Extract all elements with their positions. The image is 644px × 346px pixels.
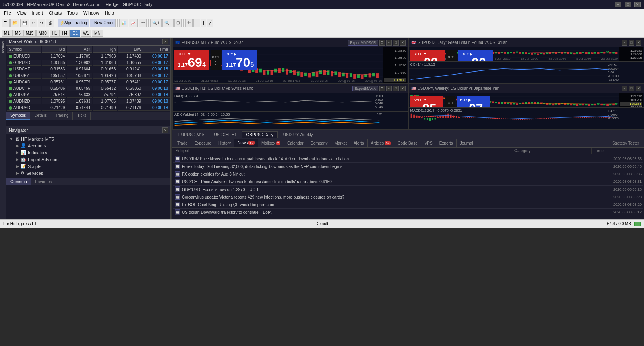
nav-item-indicators[interactable]: ▶ 📊 Indicators [8, 149, 169, 156]
lot-up[interactable]: ▲ [214, 60, 217, 63]
tf-mn[interactable]: MN [92, 30, 103, 37]
algo-trading-btn[interactable]: ⚡ Algo Trading [58, 19, 89, 27]
chart-tab-usdjpy[interactable]: USDJPY,Weekly [279, 131, 317, 138]
menu-tools[interactable]: Tools [65, 10, 80, 16]
nav-tab-favorites[interactable]: Favorites [31, 178, 56, 185]
trendline-btn[interactable]: ╱ [207, 19, 213, 27]
tf-m30[interactable]: M30 [36, 30, 49, 37]
mw-tab-symbols[interactable]: Symbols [6, 112, 30, 120]
vline-btn[interactable]: | [201, 19, 206, 27]
chart-type-btn2[interactable]: 📈 [129, 19, 138, 27]
new-chart-btn[interactable]: 🗔 [2, 19, 10, 27]
chart-close-eurusd[interactable]: ✕ [400, 40, 406, 46]
nav-item-accounts[interactable]: ▶ 👤 Accounts [8, 142, 169, 149]
news-row-4[interactable]: 📰 USD/CHF Price Analysis: Two-week-old r… [173, 178, 643, 186]
menu-insert[interactable]: Insert [29, 10, 46, 16]
mw-tab-ticks[interactable]: Ticks [73, 112, 91, 120]
mw-row-audusd[interactable]: AUDUSD 0.71429 0.71444 0.71490 0.71176 0… [7, 105, 170, 111]
redo-btn[interactable]: ↪ [38, 19, 45, 27]
nav-tab-common[interactable]: Common [6, 178, 31, 185]
chart-close-usdjpy[interactable]: ✕ [636, 86, 641, 91]
strategy-tester-btn[interactable]: Strategy Tester [609, 140, 642, 146]
chart-settings-usdchf[interactable]: ⚙ [379, 86, 385, 91]
tf-m1[interactable]: M1 [2, 30, 12, 37]
chart-tab-usdchf[interactable]: USDCHF,H1 [209, 131, 241, 138]
chart-close-usdchf[interactable]: ✕ [400, 86, 406, 91]
print-btn[interactable]: 🖨 [46, 19, 54, 27]
mw-close-btn[interactable]: ✕ [162, 39, 168, 44]
mw-row-audjpy[interactable]: AUDJPY 75.614 75.638 75.794 75.397 09:00… [7, 92, 170, 98]
chart-min-gbpusd[interactable]: − [622, 40, 627, 46]
menu-charts[interactable]: Charts [46, 10, 64, 16]
close-btn[interactable]: ✕ [634, 2, 641, 7]
mw-row-audchf[interactable]: AUDCHF 0.65406 0.65455 0.65432 0.65050 0… [7, 86, 170, 91]
bottom-tab-codebase[interactable]: Code Base [394, 139, 421, 147]
toolbox-sidebar[interactable]: Toolbox [0, 38, 6, 219]
lot-down[interactable]: ▼ [214, 63, 217, 66]
menu-view[interactable]: View [14, 10, 29, 16]
news-row-7[interactable]: 📰 Ex-BOE Chief King: Raising QE would be… [173, 201, 643, 209]
news-row-2[interactable]: 📰 Forex Today: Gold nearing $2,000, doll… [173, 163, 643, 170]
bottom-tab-journal[interactable]: Journal [457, 139, 477, 147]
lot-up-gbpusd[interactable]: ▲ [450, 60, 453, 61]
chart-tab-eurusd[interactable]: EURUSD,M15 [174, 131, 209, 138]
news-row-6[interactable]: 📰 Coroanvirus update: Victoria reports 4… [173, 193, 643, 201]
mw-row-usdchf[interactable]: USDCHF 0.91583 0.91604 0.91656 0.91241 0… [7, 66, 170, 72]
open-btn[interactable]: 📂 [10, 19, 19, 27]
new-order-btn[interactable]: + New Order [90, 19, 116, 27]
bottom-tab-mailbox[interactable]: Mailbox7 [258, 139, 284, 147]
mw-tab-trading[interactable]: Trading [51, 112, 73, 120]
bottom-tab-articles[interactable]: Articles34 [368, 139, 395, 147]
tf-h1[interactable]: H1 [50, 30, 60, 37]
crosshair-btn[interactable]: ✛ [185, 19, 193, 27]
nav-item-experts[interactable]: ▶ 🤖 Expert Advisors [8, 156, 169, 163]
bottom-tab-company[interactable]: Company [307, 139, 331, 147]
bottom-tab-news[interactable]: News58 [234, 139, 258, 147]
bottom-tab-experts[interactable]: Experts [436, 139, 457, 147]
chart-type-btn1[interactable]: 📊 [119, 19, 128, 27]
tf-d1[interactable]: D1 [70, 30, 80, 37]
chart-tab-gbpusd[interactable]: GBPUSD,Daily [242, 131, 278, 138]
minimize-btn[interactable]: − [615, 2, 621, 7]
menu-help[interactable]: Help [102, 10, 116, 16]
chart-settings-eurusd[interactable]: ⚙ [379, 40, 385, 46]
chart-min-eurusd[interactable]: − [386, 40, 392, 46]
news-row-8[interactable]: 📰 US dollar: Downward trajectory to cont… [173, 209, 643, 216]
chart-restore-usdjpy[interactable]: □ [629, 86, 634, 91]
chart-min-usdjpy[interactable]: − [622, 86, 627, 91]
bottom-tab-history[interactable]: History [215, 139, 234, 147]
zoom-out-btn[interactable]: 🔍− [162, 19, 174, 27]
chart-close-gbpusd[interactable]: ✕ [636, 40, 641, 46]
tf-m5[interactable]: M5 [12, 30, 23, 37]
chart-restore-usdchf[interactable]: □ [393, 86, 399, 91]
nav-close-btn[interactable]: ✕ [162, 127, 168, 133]
chart-body-eurusd[interactable]: SELL ▼ 1.17 69 4 0.01 ▲ ▼ [173, 47, 408, 83]
mw-tab-details[interactable]: Details [30, 112, 51, 120]
bottom-tab-vps[interactable]: VPS [421, 139, 436, 147]
bottom-tab-market[interactable]: Market [331, 139, 350, 147]
nav-item-scripts[interactable]: ▶ 📝 Scripts [8, 163, 169, 170]
save-btn[interactable]: 💾 [20, 19, 29, 27]
news-row-1[interactable]: 📰 USD/IDR Price News: Indonesian rupiah … [173, 155, 643, 163]
lot-up-usdjpy[interactable]: ▲ [449, 106, 451, 107]
bottom-tab-exposure[interactable]: Exposure [191, 139, 215, 147]
bottom-tab-trade[interactable]: Trade [174, 139, 191, 147]
zoom-in-btn[interactable]: 🔍+ [150, 19, 162, 27]
nav-item-hf-markets[interactable]: ▼ 🖥 HF Markets MT5 [8, 136, 169, 142]
tf-h4[interactable]: H4 [60, 30, 70, 37]
mw-row-eurusd[interactable]: EURUSD 1.17694 1.17705 1.17963 1.17400 0… [7, 54, 170, 59]
chart-body-usdjpy[interactable]: SELL ▼ 105 85 7 0.01 ▲ ▼ [409, 93, 644, 107]
chart-min-usdchf[interactable]: − [386, 86, 392, 91]
bottom-tab-alerts[interactable]: Alerts [350, 139, 368, 147]
maximize-btn[interactable]: □ [625, 2, 631, 7]
fit-btn[interactable]: ⊡ [174, 19, 182, 27]
undo-btn[interactable]: ↩ [30, 19, 37, 27]
news-row-3[interactable]: 📰 FX option expiries for Aug 3 NY cut 20… [173, 170, 643, 178]
news-row-5[interactable]: 📰 GBP/USD: Focus is now on 1.2970 – UOB … [173, 186, 643, 193]
tf-w1[interactable]: W1 [81, 30, 91, 37]
chart-restore-eurusd[interactable]: □ [393, 40, 399, 46]
tf-m15[interactable]: M15 [23, 30, 36, 37]
chart-body-gbpusd[interactable]: SELL ▼ 1.30 88 5 0.01 ▲ ▼ [409, 47, 644, 61]
menu-window[interactable]: Window [81, 10, 101, 16]
mw-row-gbpusd[interactable]: GBPUSD 1.30885 1.30902 1.31063 1.30555 0… [7, 60, 170, 66]
